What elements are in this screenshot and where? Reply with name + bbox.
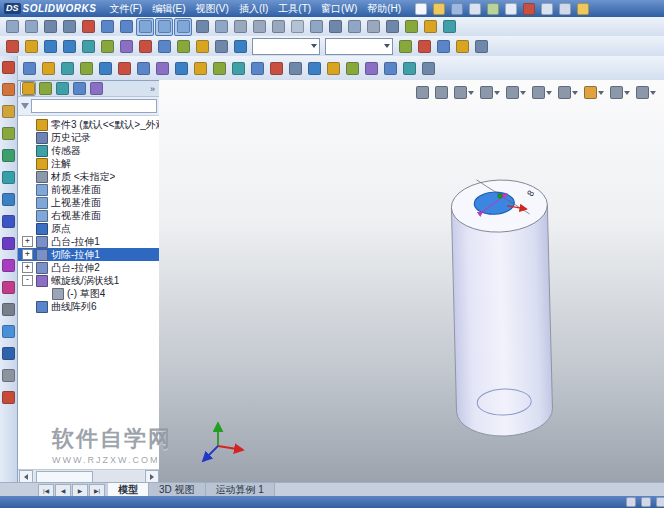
toolbar-combo-1[interactable]	[252, 38, 320, 55]
menu-item[interactable]: 文件(F)	[104, 0, 147, 17]
sketch-icon[interactable]	[3, 37, 21, 55]
rebuild-icon[interactable]	[520, 1, 537, 17]
left-toolbar-icon[interactable]	[0, 389, 17, 406]
tree-expander-icon[interactable]: -	[22, 275, 33, 286]
draft-analysis-icon[interactable]	[402, 18, 420, 36]
menu-item[interactable]: 帮助(H)	[362, 0, 406, 17]
tree-expander-icon[interactable]	[22, 158, 33, 169]
cylinder-model[interactable]: 8	[448, 177, 555, 437]
hidden-lines-removed-icon[interactable]	[269, 18, 287, 36]
mirror-entities-icon[interactable]	[453, 37, 471, 55]
tree-expander-icon[interactable]: +	[22, 236, 33, 247]
menu-item[interactable]: 工具(T)	[273, 0, 316, 17]
shaded-with-edges-icon[interactable]	[288, 18, 306, 36]
convert-entities-icon[interactable]	[415, 37, 433, 55]
tree-item-boss-extrude1[interactable]: + 凸台-拉伸1	[18, 235, 160, 248]
corner-rectangle-icon[interactable]	[98, 37, 116, 55]
rib-icon[interactable]	[286, 59, 304, 77]
hole-wizard-icon[interactable]	[134, 59, 152, 77]
extruded-boss-icon[interactable]	[20, 59, 38, 77]
revolved-cut-icon[interactable]	[153, 59, 171, 77]
curves-icon[interactable]	[419, 59, 437, 77]
section-view-icon[interactable]	[193, 18, 211, 36]
rebuild-icon[interactable]	[79, 18, 97, 36]
boundary-boss-icon[interactable]	[96, 59, 114, 77]
tree-item-top-plane[interactable]: 上视基准面	[18, 196, 160, 209]
tree-expander-icon[interactable]	[22, 184, 33, 195]
featuremanager-tab[interactable]	[20, 81, 36, 96]
menu-item[interactable]: 视图(V)	[191, 0, 234, 17]
scrollbar-track[interactable]	[34, 471, 144, 482]
help-icon[interactable]	[574, 1, 591, 17]
zoom-area-icon[interactable]	[433, 84, 450, 101]
tree-expander-icon[interactable]	[22, 132, 33, 143]
tree-expander-icon[interactable]	[22, 145, 33, 156]
circular-pattern-icon[interactable]	[267, 59, 285, 77]
offset-entities-icon[interactable]	[434, 37, 452, 55]
lofted-boss-icon[interactable]	[77, 59, 95, 77]
edit-appearance-icon[interactable]	[582, 84, 606, 101]
redo-icon[interactable]	[22, 18, 40, 36]
circle-icon[interactable]	[60, 37, 78, 55]
configurationmanager-tab[interactable]	[54, 81, 70, 96]
tab-scroll-prev[interactable]: ◀	[55, 484, 71, 497]
hidden-lines-visible-icon[interactable]	[250, 18, 268, 36]
new-document-icon[interactable]	[412, 1, 429, 17]
left-toolbar-icon[interactable]	[0, 125, 17, 142]
tree-item-annotations[interactable]: 注解	[18, 157, 160, 170]
options-icon[interactable]	[556, 1, 573, 17]
linear-pattern-icon[interactable]	[248, 59, 266, 77]
undercut-analysis-icon[interactable]	[421, 18, 439, 36]
tab-scroll-next[interactable]: ▶	[72, 484, 88, 497]
perspective-icon[interactable]	[345, 18, 363, 36]
zoom-fit-icon[interactable]	[98, 18, 116, 36]
view-orientation-icon[interactable]	[212, 18, 230, 36]
tree-expander-icon[interactable]	[38, 288, 49, 299]
cylinder-body[interactable]	[449, 204, 555, 437]
left-toolbar-icon[interactable]	[0, 235, 17, 252]
line-icon[interactable]	[41, 37, 59, 55]
shell-icon[interactable]	[324, 59, 342, 77]
curvature-icon[interactable]	[364, 18, 382, 36]
dome-icon[interactable]	[362, 59, 380, 77]
linear-sketch-pattern-icon[interactable]	[472, 37, 490, 55]
lasso-select-icon[interactable]	[60, 18, 78, 36]
left-toolbar-icon[interactable]	[0, 169, 17, 186]
propertymanager-tab[interactable]	[37, 81, 53, 96]
sketch-fillet-icon[interactable]	[174, 37, 192, 55]
previous-view-icon[interactable]	[174, 18, 192, 36]
menu-item[interactable]: 编辑(E)	[147, 0, 190, 17]
left-toolbar-icon[interactable]	[0, 301, 17, 318]
print-icon[interactable]	[466, 1, 483, 17]
dimxpertmanager-tab[interactable]	[71, 81, 87, 96]
swept-cut-icon[interactable]	[172, 59, 190, 77]
menu-item[interactable]: 插入(I)	[234, 0, 273, 17]
tree-item-curve-pattern6[interactable]: 曲线阵列6	[18, 300, 160, 313]
left-toolbar-icon[interactable]	[0, 257, 17, 274]
tree-item-front-plane[interactable]: 前视基准面	[18, 183, 160, 196]
tab-model[interactable]: 模型	[108, 483, 149, 497]
status-icon[interactable]	[624, 496, 638, 508]
3d-viewport-canvas[interactable]: 8	[159, 80, 664, 482]
tree-item-material[interactable]: 材质 <未指定>	[18, 170, 160, 183]
left-toolbar-icon[interactable]	[0, 147, 17, 164]
sketch-point[interactable]	[498, 194, 503, 199]
status-icon[interactable]	[654, 496, 664, 508]
wrap-icon[interactable]	[343, 59, 361, 77]
rotate-view-icon[interactable]	[155, 18, 173, 36]
undo-icon[interactable]	[3, 18, 21, 36]
wireframe-icon[interactable]	[231, 18, 249, 36]
box-select-icon[interactable]	[41, 18, 59, 36]
reference-geometry-icon[interactable]	[400, 59, 418, 77]
tree-expander-icon[interactable]	[22, 197, 33, 208]
parting-line-icon[interactable]	[440, 18, 458, 36]
tree-filter-input[interactable]	[31, 99, 157, 113]
trim-entities-icon[interactable]	[396, 37, 414, 55]
zoom-fit-icon[interactable]	[414, 84, 431, 101]
polygon-icon[interactable]	[117, 37, 135, 55]
tree-expander-icon[interactable]: +	[22, 249, 33, 260]
tab-3d-views[interactable]: 3D 视图	[149, 483, 206, 497]
graphics-area[interactable]: 8	[159, 80, 664, 482]
tree-item-history[interactable]: 历史记录	[18, 131, 160, 144]
lofted-cut-icon[interactable]	[191, 59, 209, 77]
